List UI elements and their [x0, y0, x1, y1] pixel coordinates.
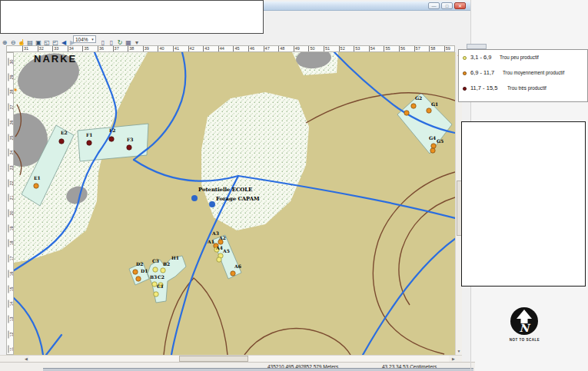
well-dot — [161, 268, 165, 273]
ruler-tick: 46 — [248, 46, 254, 52]
map-label: A2 — [218, 235, 226, 240]
ruler-tick: 20 — [8, 210, 14, 217]
well-dot — [87, 141, 91, 145]
ruler-tick: 55 — [384, 46, 390, 52]
map-graphics: E2F1F2F3E1A3A2A1A4A5A6D2D1C3B2H1B3C2C1G2… — [14, 52, 455, 355]
north-arrow-icon: N — [503, 304, 546, 338]
svg-text:N: N — [520, 322, 531, 334]
legend-label: Trou très productif — [507, 85, 546, 91]
legend-label: Trou peu productif — [500, 55, 539, 60]
map-label: B3 — [150, 274, 157, 280]
well-dot — [15, 89, 17, 91]
ruler-tick: 54 — [369, 46, 375, 52]
legend-label: Trou moyennement productif — [503, 70, 564, 75]
map-label: A5 — [222, 248, 230, 253]
well-dot — [34, 184, 38, 188]
site-label: Potentielle ECOLE — [198, 187, 252, 193]
ruler-tick: 39 — [143, 46, 149, 52]
map-label: H1 — [171, 255, 179, 260]
scroll-down-icon[interactable]: ▼ — [456, 349, 462, 353]
well-dot — [430, 148, 435, 153]
maximize-button[interactable]: □ — [441, 2, 453, 9]
minimize-button[interactable]: — — [428, 2, 440, 9]
map-label: F3 — [127, 137, 133, 142]
ruler-tick: 32 — [38, 46, 44, 52]
overlay-white-panel-top — [0, 0, 264, 34]
well-dot — [153, 267, 158, 272]
ruler-tick: 41 — [173, 46, 179, 52]
site-dot — [191, 195, 198, 201]
ruler-tick: 49 — [294, 46, 300, 52]
vertical-ruler: 3029282726252423222120191817161514131211 — [6, 52, 14, 355]
ruler-tick: 43 — [203, 46, 209, 52]
horizontal-scroll-thumb[interactable] — [179, 356, 248, 362]
ruler-tick: 37 — [113, 46, 119, 52]
zoom-percent-combo[interactable]: 104% ▾ — [73, 35, 96, 43]
ruler-tick: 33 — [52, 46, 58, 52]
well-dot — [404, 111, 409, 115]
map-label: F1 — [86, 132, 92, 137]
map-label: C2 — [158, 274, 164, 280]
ruler-tick: 28 — [8, 88, 14, 96]
ruler-tick: 34 — [68, 46, 74, 52]
legend-symbol-icon — [463, 87, 467, 91]
well-dot — [431, 144, 436, 148]
ruler-tick: 18 — [8, 240, 14, 247]
ruler-tick: 42 — [188, 46, 194, 52]
taskbar-edge — [43, 368, 473, 371]
scroll-left-icon[interactable]: ◀ — [23, 356, 29, 361]
ruler-tick: 29 — [8, 73, 14, 81]
ruler-tick: 45 — [233, 46, 239, 52]
map-title: NARKE — [34, 53, 77, 65]
ruler-tick: 16 — [8, 270, 14, 277]
horizontal-scroll-track[interactable] — [29, 356, 449, 362]
well-dot — [109, 137, 114, 141]
ruler-tick: 59 — [444, 46, 450, 52]
well-dot — [136, 277, 141, 281]
ruler-tick: 24 — [8, 149, 14, 157]
well-dot — [231, 271, 235, 276]
ruler-tick: 15 — [8, 285, 14, 293]
map-canvas[interactable]: E2F1F2F3E1A3A2A1A4A5A6D2D1C3B2H1B3C2C1G2… — [14, 52, 455, 355]
map-label: D2 — [136, 261, 143, 267]
zoom-percent-value: 104% — [75, 37, 88, 42]
ruler-tick: 27 — [8, 104, 14, 111]
close-button[interactable]: ✕ — [454, 2, 466, 9]
ruler-tick: 50 — [308, 46, 314, 52]
map-label: F2 — [109, 128, 115, 133]
ruler-tick: 53 — [354, 46, 360, 52]
well-dot — [217, 257, 221, 262]
well-dot — [59, 139, 64, 144]
well-dot — [127, 145, 131, 150]
ruler-tick: 31 — [22, 46, 28, 52]
map-label: A3 — [211, 230, 219, 236]
ruler-tick: 47 — [264, 46, 270, 52]
ruler-tick: 23 — [8, 164, 14, 171]
ruler-tick: 58 — [429, 46, 435, 52]
layout-toolbar: ⊕⊖☝▤▣◱◰◀▶ 104% ▾ ▯▯↻▦▾ — [0, 34, 470, 45]
map-label: E2 — [61, 130, 68, 135]
map-label: A1 — [207, 239, 214, 244]
ruler-tick: 51 — [324, 46, 330, 52]
map-legend: 3,1 - 6,9Trou peu productif6,9 - 11,7Tro… — [458, 49, 588, 102]
map-label: E1 — [34, 175, 41, 181]
map-label: A6 — [234, 263, 241, 269]
horizontal-scrollbar[interactable]: ◉▤↻✎ ◀ ▶ — [0, 355, 462, 362]
ruler-tick: 57 — [414, 46, 420, 52]
north-arrow-caption: NOT TO SCALE — [503, 338, 546, 342]
north-arrow: N NOT TO SCALE — [503, 304, 546, 344]
ruler-tick: 38 — [128, 46, 134, 52]
ruler-tick: 17 — [8, 255, 14, 263]
map-label: A4 — [215, 245, 223, 250]
ruler-tick: 48 — [278, 46, 284, 52]
map-label: G4 — [429, 135, 436, 141]
map-label: B2 — [163, 261, 170, 267]
legend-symbol-icon — [463, 56, 467, 60]
ruler-tick: 30 — [8, 58, 14, 66]
scroll-right-icon[interactable]: ▶ — [450, 356, 457, 361]
chevron-down-icon[interactable]: ▾ — [90, 36, 95, 42]
map-label: C3 — [152, 258, 159, 263]
map-label: G2 — [415, 95, 422, 101]
ruler-tick: 11 — [8, 346, 14, 353]
map-label: D1 — [141, 268, 148, 273]
